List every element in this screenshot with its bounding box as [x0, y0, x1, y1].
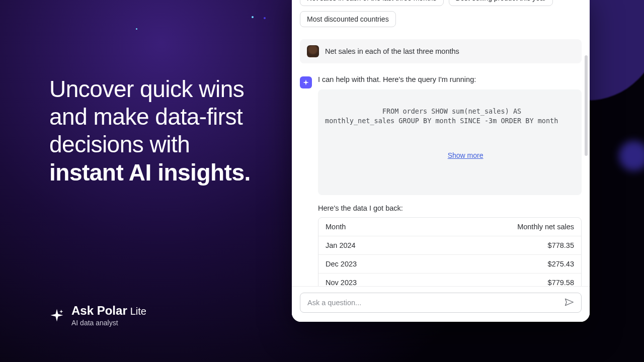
suggestion-chip[interactable]: Most discounted countries: [300, 11, 396, 27]
hero-line-1: Uncover quick wins: [49, 76, 244, 102]
scrollbar-thumb[interactable]: [585, 55, 588, 156]
question-input[interactable]: [307, 299, 562, 307]
brand-tagline: AI data analyst: [71, 319, 146, 327]
hero-line-2: and make data-first: [49, 104, 243, 130]
table-cell-month: Dec 2023: [326, 260, 357, 268]
query-text: FROM orders SHOW sum(net_sales) AS month…: [325, 107, 558, 125]
chat-scroll-area[interactable]: Net sales in each of the last three mont…: [292, 0, 590, 286]
brand-name: Ask Polar: [71, 304, 127, 318]
composer-field[interactable]: [300, 293, 582, 313]
table-cell-value: $275.43: [548, 260, 574, 268]
sparkle-icon: [300, 76, 312, 88]
table-header-value: Monthly net sales: [517, 223, 574, 231]
suggestion-chips: Net sales in each of the last three mont…: [300, 0, 582, 27]
suggestion-chip[interactable]: Best-selling product this year: [449, 0, 553, 6]
user-message: Net sales in each of the last three mont…: [300, 39, 582, 63]
user-message-text: Net sales in each of the last three mont…: [325, 47, 459, 55]
query-code-block: FROM orders SHOW sum(net_sales) AS month…: [318, 89, 582, 195]
table-header: Month Monthly net sales: [318, 218, 581, 236]
composer: [292, 286, 590, 322]
suggestion-chip[interactable]: Net sales in each of the last three mont…: [300, 0, 444, 6]
brand-variant: Lite: [130, 306, 146, 317]
hero-line-bold: instant AI insights.: [49, 159, 251, 186]
results-table: Month Monthly net sales Jan 2024 $778.35…: [318, 217, 582, 286]
data-heading: Here's the data I got back:: [318, 204, 582, 212]
assistant-message: I can help with that. Here's the query I…: [300, 75, 582, 286]
hero-headline: Uncover quick wins and make data-first d…: [49, 75, 292, 187]
assistant-intro-text: I can help with that. Here's the query I…: [318, 75, 582, 83]
table-cell-month: Jan 2024: [326, 241, 356, 249]
table-cell-value: $778.35: [548, 241, 574, 249]
table-header-month: Month: [326, 223, 346, 231]
table-cell-value: $779.58: [548, 279, 574, 286]
send-button[interactable]: [562, 295, 576, 311]
send-icon: [564, 297, 574, 307]
brand-lockup: Ask Polar Lite AI data analyst: [49, 304, 292, 327]
show-more-link[interactable]: Show more: [448, 151, 484, 159]
hero-line-3: decisions with: [49, 131, 190, 157]
chat-panel: Net sales in each of the last three mont…: [292, 0, 590, 322]
table-row: Nov 2023 $779.58: [318, 273, 581, 286]
user-avatar: [307, 45, 319, 57]
brand-logo-icon: [49, 308, 64, 323]
table-row: Jan 2024 $778.35: [318, 236, 581, 254]
table-cell-month: Nov 2023: [326, 279, 357, 286]
table-row: Dec 2023 $275.43: [318, 254, 581, 273]
